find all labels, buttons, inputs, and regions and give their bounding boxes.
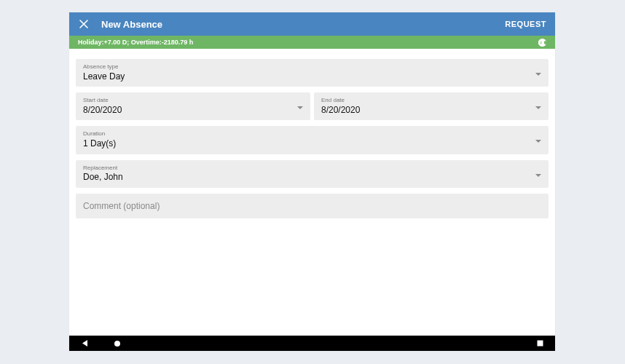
circle-home-icon bbox=[114, 340, 121, 347]
end-date-field[interactable]: End date 8/20/2020 bbox=[314, 92, 549, 120]
svg-rect-4 bbox=[538, 341, 543, 347]
request-button[interactable]: REQUEST bbox=[505, 20, 546, 28]
svg-rect-1 bbox=[541, 41, 541, 44]
page-title: New Absence bbox=[101, 19, 162, 30]
nav-home-button[interactable] bbox=[114, 340, 121, 347]
info-icon[interactable] bbox=[538, 39, 546, 47]
app-bar: New Absence REQUEST bbox=[69, 12, 555, 36]
svg-point-2 bbox=[541, 41, 541, 41]
svg-point-3 bbox=[114, 341, 120, 347]
start-date-value: 8/20/2020 bbox=[83, 105, 303, 116]
info-bar-text: Holiday:+7.00 D; Overtime:-2180.79 h bbox=[78, 39, 193, 46]
absence-type-label: Absence type bbox=[83, 63, 541, 71]
chevron-down-icon bbox=[535, 100, 541, 113]
replacement-select[interactable]: Replacement Doe, John bbox=[76, 160, 549, 188]
close-button[interactable] bbox=[78, 18, 90, 30]
duration-label: Duration bbox=[83, 130, 541, 138]
triangle-back-icon bbox=[81, 339, 89, 347]
replacement-label: Replacement bbox=[83, 165, 541, 172]
chevron-down-icon bbox=[535, 133, 541, 146]
chevron-down-icon bbox=[535, 66, 541, 79]
chevron-down-icon bbox=[297, 100, 303, 113]
duration-value: 1 Day(s) bbox=[83, 138, 541, 150]
absence-type-select[interactable]: Absence type Leave Day bbox=[76, 59, 549, 87]
close-icon bbox=[79, 20, 88, 28]
start-date-field[interactable]: Start date 8/20/2020 bbox=[76, 92, 310, 120]
absence-type-value: Leave Day bbox=[83, 71, 541, 83]
duration-select[interactable]: Duration 1 Day(s) bbox=[76, 126, 549, 154]
square-recent-icon bbox=[537, 340, 543, 347]
info-bar: Holiday:+7.00 D; Overtime:-2180.79 h bbox=[69, 36, 555, 49]
nav-recent-button[interactable] bbox=[537, 340, 543, 347]
android-nav-bar bbox=[69, 336, 555, 351]
app-window: New Absence REQUEST Holiday:+7.00 D; Ove… bbox=[69, 12, 555, 351]
replacement-value: Doe, John bbox=[83, 172, 541, 183]
form-content: Absence type Leave Day Start date 8/20/2… bbox=[69, 49, 555, 336]
chevron-down-icon bbox=[535, 167, 541, 181]
start-date-label: Start date bbox=[83, 97, 303, 104]
end-date-label: End date bbox=[321, 97, 541, 104]
comment-placeholder: Comment (optional) bbox=[83, 201, 541, 211]
nav-back-button[interactable] bbox=[81, 339, 89, 347]
comment-input[interactable]: Comment (optional) bbox=[76, 194, 549, 218]
end-date-value: 8/20/2020 bbox=[321, 105, 541, 116]
